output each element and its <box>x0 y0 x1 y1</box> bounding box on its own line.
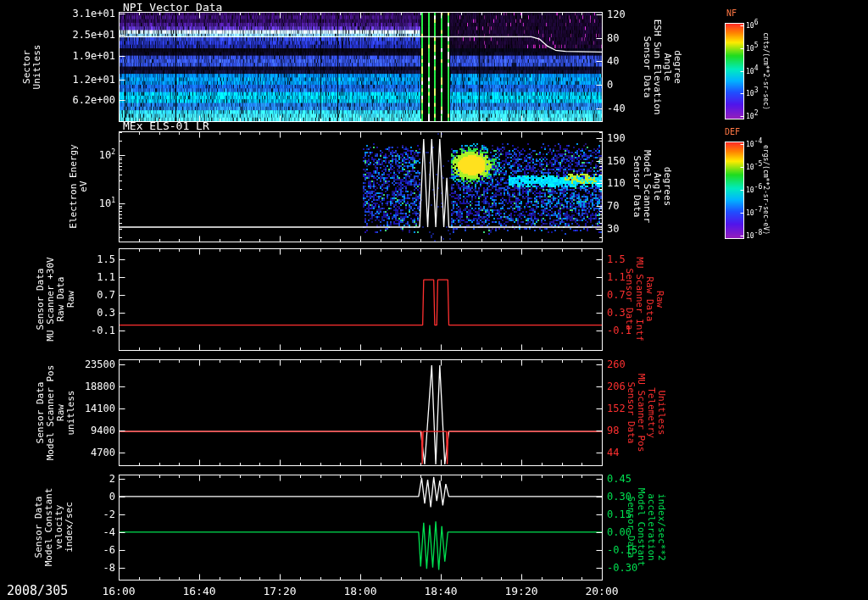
science-plot-page: NPI Vector Data MEx ELS-01 LR NF DEF 200… <box>0 0 868 600</box>
plot-canvas <box>0 0 868 600</box>
panel-title-mex-els: MEx ELS-01 LR <box>123 119 209 132</box>
colorbar-label-nf: NF <box>726 8 737 18</box>
colorbar-label-def: DEF <box>725 127 740 136</box>
panel-title-npi-vector-data: NPI Vector Data <box>123 1 222 14</box>
date-label: 2008/305 <box>7 583 68 598</box>
